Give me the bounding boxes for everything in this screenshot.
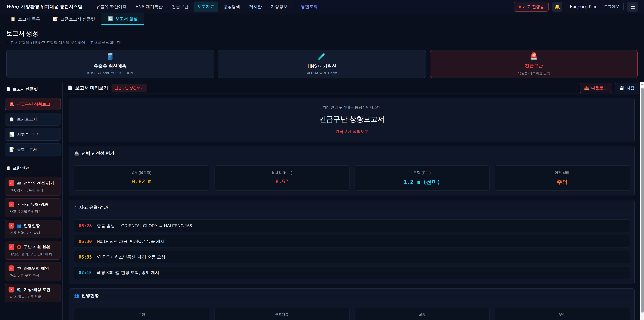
section-toggle-weather-sea[interactable]: ✓ 🌊 기상·해상 조건 파고, 풍속, 조류 현황 (5, 283, 61, 302)
timeline-event: 06:35 VHF Ch.16 조난통신, 해경 출동 요청 (74, 251, 630, 263)
report-type-title: HNS 대기확산 (308, 63, 336, 69)
report-type-subtitle: ALOHA·WRF-Chem (307, 71, 337, 75)
logout-button[interactable]: 로그아웃 (600, 2, 624, 12)
templates-header: 📄 보고서 템플릿 (5, 82, 61, 95)
report-type-title: 유출유 확산예측 (94, 63, 126, 69)
accident-timeline-section: ⚡ 사고 유형·경과 06:28 충돌 발생 — ORIENTAL GLORY … (69, 200, 634, 284)
incident-status-badge[interactable]: 사고 진행중 (514, 2, 549, 12)
template-item-command-report[interactable]: 📊 지휘부 보고 (5, 128, 61, 141)
incident-dot-icon (518, 6, 521, 8)
refresh-icon: 🔄 (108, 16, 113, 21)
document-icon: 📄 (68, 85, 73, 90)
nav-item-reports[interactable]: 보고자료 (194, 2, 218, 12)
checkbox-checked[interactable]: ✓ (8, 180, 14, 186)
check-icon: ✓ (10, 245, 13, 249)
memo-icon: 📝 (9, 147, 14, 152)
template-item-initial-report[interactable]: 📋 초기보고서 (5, 113, 61, 126)
section-label: 구난 자원 현황 (24, 244, 50, 250)
checkbox-checked[interactable]: ✓ (8, 201, 14, 207)
section-toggle-casualties[interactable]: ✓ 👥 인명현황 인원 현황, 구조 상태 (5, 220, 61, 238)
report-type-rescue-selected[interactable]: 🚨 긴급구난 복원성·좌초위험 분석 (430, 50, 638, 78)
metric-label: 안전 상태 (496, 170, 628, 175)
nav-menu: 유출유 확산예측 HNS·대기확산 긴급구난 보고자료 항공탐색 게시판 기상정… (92, 2, 322, 12)
checkbox-checked[interactable]: ✓ (8, 244, 14, 250)
timeline-event: 06:30 No.1P 탱크 파공, 벙커C유 유출 개시 (74, 235, 630, 248)
section-toggle-ship-safety[interactable]: ✓ 🚢 선박 안전성 평가 GM, 경사각, 트림 분석 (5, 177, 61, 196)
wave-icon: 🌊 (16, 287, 22, 292)
report-type-oil-spill[interactable]: 🛢️ 유출유 확산예측 KOSPS·OpenDrift·POSEIDON (6, 50, 214, 78)
test-tube-icon: 🧪 (318, 53, 326, 60)
checkbox-checked[interactable]: ✓ (8, 265, 14, 271)
scrollbar-thumb[interactable] (641, 88, 644, 312)
ship-safety-header: 선박 안전성 평가 (82, 150, 114, 156)
content-area: 📄 보고서 템플릿 🚨 긴급구난 상황보고 📋 초기보고서 📊 지휘부 보고 📝… (0, 82, 644, 320)
tab-standard-template-label: 표준보고서 템플릿 (60, 16, 95, 22)
ship-icon: 🚢 (16, 181, 22, 185)
nav-item-oil-spill[interactable]: 유출유 확산예측 (92, 2, 131, 12)
nav-item-air-search[interactable]: 항공탐색 (219, 2, 244, 12)
report-type-subtitle: KOSPS·OpenDrift·POSEIDON (87, 71, 133, 75)
page-title: 보고서 생성 (6, 30, 638, 38)
section-desc: 인원 현황, 구조 상태 (10, 231, 57, 235)
download-button[interactable]: 📥 다운로드 (580, 83, 612, 93)
nav-item-hns[interactable]: HNS·대기확산 (132, 2, 167, 12)
metric-gm: GM (복원력) 0.82 m (74, 165, 209, 191)
tab-standard-template[interactable]: 📝 표준보고서 템플릿 (46, 14, 102, 25)
checkbox-checked[interactable]: ✓ (8, 287, 14, 292)
notification-button[interactable]: 🔔 (552, 2, 562, 12)
check-icon: ✓ (10, 181, 13, 185)
metric-value: 8.5° (216, 178, 348, 185)
tab-report-generate[interactable]: 🔄 보고서 생성 (102, 14, 144, 25)
report-document-header: 해양환경 위기대응 통합지원시스템 긴급구난 상황보고서 긴급구난 상황보고 (69, 98, 634, 142)
floppy-icon: 💾 (619, 86, 624, 90)
nav-divider (87, 4, 88, 10)
nav-item-board[interactable]: 게시판 (245, 2, 266, 12)
section-label: 기상·해상 조건 (24, 287, 50, 292)
save-button[interactable]: 💾 저장 (615, 83, 639, 93)
tab-report-generate-label: 보고서 생성 (116, 16, 138, 22)
people-icon: 👥 (16, 223, 22, 228)
lightning-icon: ⚡ (74, 205, 77, 210)
section-toggle-grounding-risk[interactable]: ✓ 🦈 좌초위험 해역 좌초 위험 구역 분석 (5, 262, 61, 281)
template-item-label: 긴급구난 상황보고 (17, 102, 50, 107)
nav-item-rescue[interactable]: 긴급구난 (168, 2, 192, 12)
hamburger-menu-button[interactable]: ☰ (627, 2, 638, 12)
check-icon: ✓ (10, 202, 13, 206)
casualty-label: 구조완료 (216, 312, 348, 317)
nav-item-weather[interactable]: 기상정보 (267, 2, 292, 12)
preview-scroll-area[interactable]: 해양환경 위기대응 통합지원시스템 긴급구난 상황보고서 긴급구난 상황보고 🚢… (62, 94, 644, 320)
scroll-up-arrow-icon[interactable] (641, 84, 643, 85)
timeline-time: 07:15 (79, 270, 92, 275)
metric-label: 경사각 (Heel) (216, 170, 348, 175)
template-item-rescue-report[interactable]: 🚨 긴급구난 상황보고 (5, 98, 61, 110)
timeline-text: 충돌 발생 — ORIENTAL GLORY ↔ HAI FENG 168 (97, 223, 192, 228)
incident-badge-label: 사고 진행중 (523, 4, 544, 10)
siren-icon: 🚨 (530, 53, 538, 59)
templates-header-label: 보고서 템플릿 (12, 86, 38, 92)
user-divider (566, 3, 566, 11)
casualty-total: 총원 25 명 (74, 308, 209, 320)
brand-title: 해양환경 위기대응 통합시스템 (21, 4, 82, 10)
checkbox-checked[interactable]: ✓ (8, 223, 14, 228)
page-header: 보고서 생성 보고서 유형을 선택하고 포함할 섹션을 구성하여 보고서를 생성… (0, 25, 644, 47)
template-item-label: 초기보고서 (17, 117, 37, 122)
template-item-comprehensive-report[interactable]: 📝 종합보고서 (5, 143, 61, 156)
section-toggle-accident-timeline[interactable]: ✓ ⚡ 사고 유형·경과 사고 유형별 타임라인 (5, 198, 61, 217)
preview-type-badge: 긴급구난 상황보고 (112, 84, 147, 92)
report-document-title: 긴급구난 상황보고서 (70, 114, 634, 124)
section-toggle-rescue-resources[interactable]: ✓ 🛟 구난 자원 현황 예인선, 헬기, 구난 장비 배치 (5, 241, 61, 260)
sections-header-label: 포함 섹션 (12, 165, 30, 171)
tab-report-list[interactable]: 📋 보고서 목록 (4, 14, 46, 25)
nav-item-integrated-search[interactable]: 통합조회 (296, 2, 322, 12)
report-document-subtitle: 긴급구난 상황보고 (70, 129, 634, 134)
report-type-hns[interactable]: 🧪 HNS 대기확산 ALOHA·WRF-Chem (218, 50, 426, 78)
check-icon: ✓ (10, 288, 13, 292)
casualties-section: 👥 인명현황 총원 25 명 구조완료 22 명 (69, 288, 634, 320)
timeline-text: 해경 3009함 현장 도착, 방제 개시 (97, 270, 159, 275)
ship-icon: 🚢 (74, 151, 79, 156)
sections-header: 📋 포함 섹션 (5, 161, 61, 174)
vertical-scrollbar[interactable] (640, 82, 644, 320)
timeline-event: 06:28 충돌 발생 — ORIENTAL GLORY ↔ HAI FENG … (74, 219, 630, 232)
timeline-time: 06:35 (79, 254, 92, 260)
casualty-injured: 부상 1 명 (494, 308, 630, 320)
